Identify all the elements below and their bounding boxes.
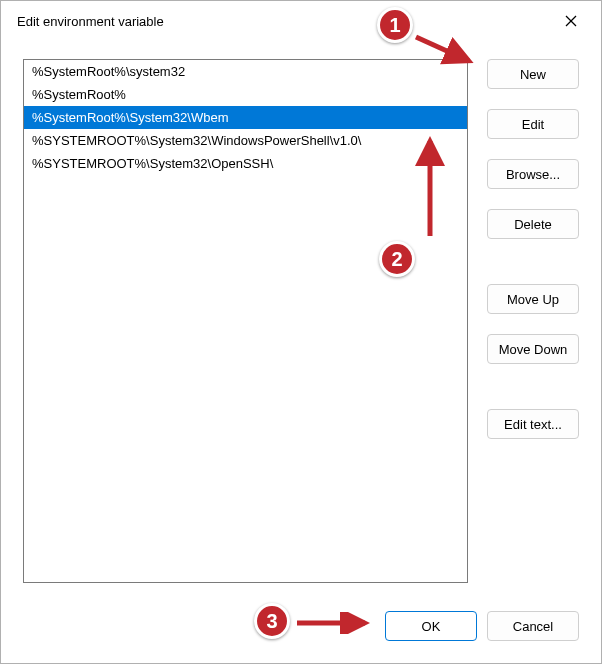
dialog-content: %SystemRoot%\system32%SystemRoot%%System…: [23, 59, 579, 641]
annotation-callout-2: 2: [379, 241, 415, 277]
annotation-number: 3: [266, 610, 277, 633]
dialog-title: Edit environment variable: [17, 14, 164, 29]
list-item[interactable]: %SystemRoot%: [24, 83, 467, 106]
delete-button[interactable]: Delete: [487, 209, 579, 239]
close-icon: [565, 15, 577, 27]
annotation-callout-1: 1: [377, 7, 413, 43]
annotation-arrow-2: [415, 133, 445, 243]
ok-button[interactable]: OK: [385, 611, 477, 641]
annotation-arrow-1: [411, 29, 481, 69]
list-item[interactable]: %SYSTEMROOT%\System32\OpenSSH\: [24, 152, 467, 175]
path-listbox[interactable]: %SystemRoot%\system32%SystemRoot%%System…: [23, 59, 468, 583]
svg-line-2: [416, 37, 469, 61]
list-item[interactable]: %SYSTEMROOT%\System32\WindowsPowerShell\…: [24, 129, 467, 152]
move-down-button[interactable]: Move Down: [487, 334, 579, 364]
new-button[interactable]: New: [487, 59, 579, 89]
list-item[interactable]: %SystemRoot%\System32\Wbem: [24, 106, 467, 129]
dialog-window: Edit environment variable %SystemRoot%\s…: [0, 0, 602, 664]
cancel-button[interactable]: Cancel: [487, 611, 579, 641]
move-up-button[interactable]: Move Up: [487, 284, 579, 314]
annotation-arrow-3: [293, 612, 375, 634]
annotation-callout-3: 3: [254, 603, 290, 639]
browse-button[interactable]: Browse...: [487, 159, 579, 189]
dialog-buttons-row: OK Cancel: [385, 611, 579, 641]
edit-text-button[interactable]: Edit text...: [487, 409, 579, 439]
edit-button[interactable]: Edit: [487, 109, 579, 139]
list-item[interactable]: %SystemRoot%\system32: [24, 60, 467, 83]
annotation-number: 1: [389, 14, 400, 37]
titlebar: Edit environment variable: [1, 1, 601, 41]
close-button[interactable]: [555, 5, 587, 37]
annotation-number: 2: [391, 248, 402, 271]
